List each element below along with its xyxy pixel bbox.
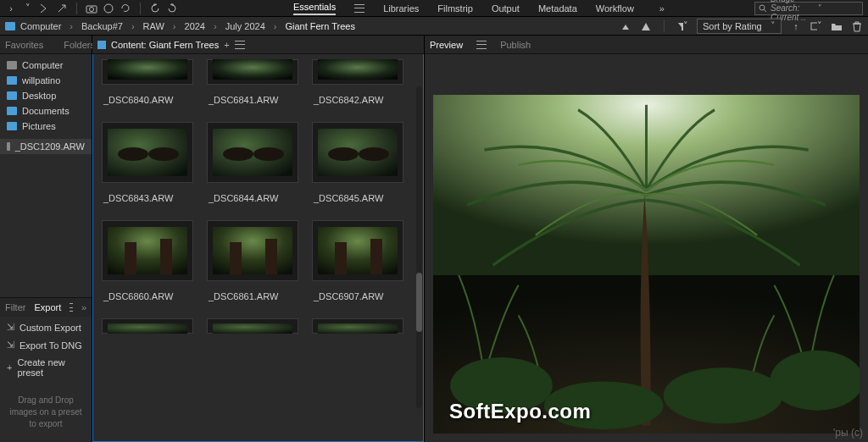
folder-desktop[interactable]: Desktop: [0, 88, 92, 103]
thumbnail-grid[interactable]: _DSC6840.ARW _DSC6841.ARW _DSC6842.ARW _…: [92, 54, 424, 442]
export-custom[interactable]: ⇲Custom Export: [0, 318, 92, 336]
nav-forward-icon[interactable]: ›: [5, 3, 17, 14]
rotate-cw-icon[interactable]: [166, 3, 178, 14]
search-input[interactable]: Bridge Search: Current .. ˅: [754, 2, 863, 15]
svg-rect-19: [125, 242, 136, 274]
svg-point-1: [90, 7, 94, 11]
svg-rect-8: [318, 59, 398, 80]
file-icon: [7, 142, 10, 151]
titlebar: › ˅ Essentials Libraries Filmstrip Outpu…: [0, 0, 868, 17]
breadcrumb-item-0[interactable]: Computer: [20, 21, 61, 31]
arrow-icon: ⇲: [7, 322, 14, 333]
thumbnail[interactable]: _DSC6841.ARW: [207, 59, 298, 115]
thumbnail[interactable]: [102, 318, 193, 334]
thumb-large-icon[interactable]: [640, 20, 652, 32]
tab-favorites[interactable]: Favorites: [5, 40, 43, 50]
reveal-icon[interactable]: [56, 3, 68, 14]
thumbnail[interactable]: [312, 318, 403, 334]
svg-point-11: [148, 147, 179, 161]
breadcrumb-bar: Computer › Backup#7 › RAW › 2024 › July …: [0, 17, 868, 36]
svg-rect-25: [335, 242, 347, 274]
filter-funnel-icon[interactable]: ˅: [676, 20, 688, 32]
thumbnail[interactable]: _DSC6843.ARW: [102, 122, 193, 213]
content-scrollbar[interactable]: [416, 86, 422, 408]
folder-computer[interactable]: Computer: [0, 58, 92, 73]
thumbnail-caption: _DSC6861.ARW: [207, 281, 298, 312]
aperture-icon[interactable]: [103, 3, 114, 14]
refresh-cycle-icon[interactable]: [120, 3, 131, 14]
export-new-preset[interactable]: +Create new preset: [0, 354, 92, 381]
svg-point-10: [118, 147, 148, 161]
tab-preview[interactable]: Preview: [430, 40, 463, 50]
tab-publish[interactable]: Publish: [500, 40, 531, 50]
computer-icon: [7, 61, 17, 69]
svg-rect-21: [213, 227, 292, 274]
tab-filter[interactable]: Filter: [5, 302, 25, 312]
trash-icon[interactable]: [851, 20, 863, 32]
breadcrumb-item-2[interactable]: RAW: [143, 21, 164, 31]
preview-filename: _DSC6829.ARW: [433, 434, 860, 442]
overflow-icon[interactable]: »: [81, 302, 86, 312]
breadcrumb-item-5[interactable]: Giant Fern Trees: [285, 21, 355, 31]
thumbnail[interactable]: _DSC6907.ARW: [312, 220, 403, 312]
chevron-down-icon[interactable]: ˅: [816, 3, 859, 13]
folder-documents[interactable]: Documents: [0, 103, 92, 119]
workspace-tabs: Essentials Libraries Filmstrip Output Me…: [293, 0, 634, 16]
camera-icon[interactable]: [86, 3, 97, 14]
tab-export[interactable]: Export: [34, 302, 61, 312]
tab-metadata[interactable]: Metadata: [538, 3, 577, 14]
preview-menu-icon[interactable]: [476, 41, 487, 49]
tab-workflow[interactable]: Workflow: [596, 3, 634, 14]
svg-point-13: [223, 147, 253, 161]
folder-willpatino[interactable]: willpatino: [0, 73, 92, 88]
export-menu-icon[interactable]: [70, 303, 73, 312]
breadcrumb-sep: ›: [70, 21, 73, 31]
thumbnail-caption: _DSC6860.ARW: [102, 281, 193, 312]
sort-select[interactable]: Sort by Rating ˅: [697, 19, 782, 34]
breadcrumb-item-4[interactable]: July 2024: [225, 21, 265, 31]
thumb-small-icon[interactable]: [620, 20, 632, 32]
content-menu-icon[interactable]: [235, 41, 245, 49]
svg-rect-22: [230, 242, 242, 274]
sort-asc-icon[interactable]: ↑: [790, 20, 802, 32]
breadcrumb-item-1[interactable]: Backup#7: [81, 21, 123, 31]
thumbnail-caption: _DSC6845.ARW: [312, 183, 403, 213]
file-item[interactable]: _DSC1209.ARW: [0, 139, 92, 154]
thumbnail[interactable]: _DSC6844.ARW: [207, 122, 298, 213]
tab-filmstrip[interactable]: Filmstrip: [437, 3, 473, 14]
thumbnail[interactable]: _DSC6840.ARW: [102, 59, 193, 115]
add-tab-icon[interactable]: +: [224, 40, 229, 50]
boomerang-icon[interactable]: [39, 3, 51, 14]
thumbnail-caption: _DSC6844.ARW: [207, 183, 298, 213]
folder-icon: [7, 122, 17, 130]
tab-folders[interactable]: Folders: [64, 40, 95, 50]
thumbnail-caption: _DSC6841.ARW: [207, 85, 298, 115]
thumbnail[interactable]: _DSC6845.ARW: [312, 122, 403, 213]
breadcrumb-item-3[interactable]: 2024: [185, 21, 205, 31]
thumbnail[interactable]: _DSC6842.ARW: [312, 59, 403, 115]
rotate-ccw-icon[interactable]: [149, 3, 161, 14]
content-panel: Content: Giant Fern Trees + _DSC6840.ARW…: [92, 36, 424, 442]
overflow-icon[interactable]: »: [656, 3, 668, 14]
scrollbar-handle[interactable]: [416, 273, 422, 332]
tab-libraries[interactable]: Libraries: [383, 3, 419, 14]
svg-point-14: [253, 147, 284, 161]
main-area: Favorites Folders » Computer willpatino …: [0, 36, 868, 442]
tab-essentials[interactable]: Essentials: [293, 2, 336, 15]
folder-pictures[interactable]: Pictures: [0, 119, 92, 134]
folder-icon: [7, 76, 17, 85]
plus-icon: +: [7, 362, 12, 373]
preview-image[interactable]: [433, 95, 860, 434]
preview-body: _DSC6829.ARW: [425, 54, 868, 442]
tab-output[interactable]: Output: [492, 3, 520, 14]
svg-point-32: [450, 357, 553, 413]
open-recent-icon[interactable]: ˅: [810, 20, 822, 32]
thumbnail[interactable]: [207, 318, 298, 334]
thumbnail[interactable]: _DSC6861.ARW: [207, 220, 298, 312]
tab-essentials-menu-icon[interactable]: [354, 4, 364, 13]
new-folder-icon[interactable]: [831, 20, 843, 32]
thumbnail[interactable]: _DSC6860.ARW: [102, 220, 193, 312]
folder-list: Computer willpatino Desktop Documents Pi…: [0, 54, 92, 297]
export-dng[interactable]: ⇲Export To DNG: [0, 336, 92, 354]
nav-dropdown-icon[interactable]: ˅: [22, 3, 34, 14]
